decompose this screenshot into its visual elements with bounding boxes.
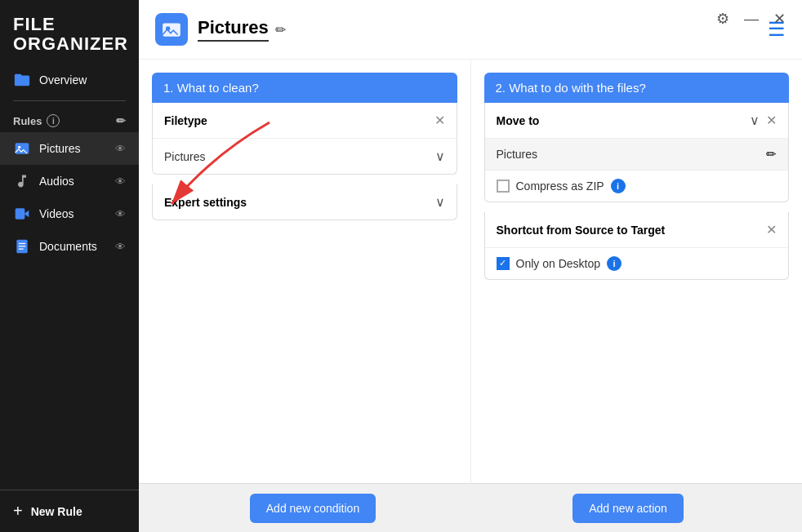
filetype-card: Filetype ✕ Pictures ∨ — [152, 103, 457, 175]
videos-eye-icon[interactable]: 👁 — [115, 208, 126, 220]
desktop-only-row: Only on Desktop i — [485, 248, 789, 279]
plus-icon: + — [13, 502, 23, 521]
close-button[interactable]: ✕ — [773, 11, 786, 26]
pictures-nav-label: Pictures — [39, 142, 107, 155]
sidebar-item-videos[interactable]: Videos 👁 — [0, 197, 139, 230]
expert-settings-card: Expert settings ∨ — [152, 184, 457, 220]
rules-section-header: Rules i ✏ — [0, 109, 139, 132]
expert-settings-label: Expert settings — [164, 196, 435, 209]
title-left: Pictures ✏ — [155, 13, 768, 46]
new-rule-button[interactable]: + New Rule — [0, 490, 139, 532]
svg-rect-7 — [19, 249, 24, 250]
left-panel: 1. What to clean? Filetype ✕ Pictures ∨ … — [139, 60, 471, 483]
filetype-label: Filetype — [164, 114, 428, 127]
desktop-only-label: Only on Desktop — [516, 257, 601, 270]
videos-nav-icon — [13, 205, 31, 223]
shortcut-label: Shortcut from Source to Target — [497, 224, 767, 237]
left-section-header: 1. What to clean? — [152, 73, 457, 103]
rules-info-icon[interactable]: i — [47, 114, 60, 127]
svg-rect-2 — [16, 209, 25, 219]
desktop-info-icon[interactable]: i — [607, 256, 622, 271]
title-folder-icon — [155, 13, 188, 46]
move-to-remove-icon[interactable]: ✕ — [766, 113, 777, 128]
audios-eye-icon[interactable]: 👁 — [115, 175, 126, 188]
right-section-header: 2. What to do with the files? — [484, 73, 790, 103]
svg-point-1 — [18, 146, 20, 149]
add-condition-button[interactable]: Add new condition — [250, 494, 376, 523]
overview-label: Overview — [39, 73, 87, 86]
pictures-nav-icon — [13, 140, 31, 157]
desktop-only-checkbox[interactable] — [497, 257, 510, 270]
compress-row: Compress as ZIP i — [485, 171, 789, 202]
app-logo: FILE ORGANIZER — [0, 0, 139, 64]
folder-edit-icon[interactable]: ✏ — [766, 147, 777, 162]
svg-rect-0 — [16, 144, 29, 154]
shortcut-remove-icon[interactable]: ✕ — [766, 222, 777, 237]
move-to-chevron-icon[interactable]: ∨ — [750, 113, 760, 128]
minimize-button[interactable]: — — [744, 11, 759, 26]
sidebar-item-documents[interactable]: Documents 👁 — [0, 230, 139, 263]
filetype-row: Filetype ✕ — [153, 103, 457, 139]
svg-marker-3 — [25, 211, 29, 217]
videos-nav-label: Videos — [39, 207, 107, 220]
svg-rect-6 — [19, 246, 25, 247]
bottom-left: Add new condition — [155, 494, 470, 523]
rules-edit-icon[interactable]: ✏ — [116, 114, 126, 127]
documents-nav-label: Documents — [39, 240, 107, 253]
folder-input-row: Pictures ✏ — [485, 139, 789, 171]
content-area: 1. What to clean? Filetype ✕ Pictures ∨ … — [139, 60, 802, 483]
folder-icon — [13, 71, 31, 89]
folder-value: Pictures — [497, 148, 760, 161]
documents-nav-icon — [13, 237, 31, 255]
sidebar-item-audios[interactable]: Audios 👁 — [0, 165, 139, 197]
sidebar: FILE ORGANIZER Overview Rules i ✏ Pictur… — [0, 0, 139, 532]
expert-settings-chevron-icon[interactable]: ∨ — [435, 194, 445, 210]
filetype-chevron-icon[interactable]: ∨ — [435, 149, 445, 164]
new-rule-label: New Rule — [31, 505, 82, 518]
expert-settings-row[interactable]: Expert settings ∨ — [153, 184, 457, 219]
filetype-remove-icon[interactable]: ✕ — [434, 113, 445, 128]
gear-icon[interactable]: ⚙ — [716, 11, 729, 26]
compress-checkbox[interactable] — [497, 180, 510, 193]
pictures-eye-icon[interactable]: 👁 — [115, 143, 126, 155]
move-to-label: Move to — [497, 114, 744, 127]
shortcut-header-row: Shortcut from Source to Target ✕ — [485, 212, 789, 248]
window-controls: ⚙ — ✕ — [716, 11, 786, 26]
bottom-bar: Add new condition Add new action — [139, 483, 802, 532]
bottom-right: Add new action — [470, 494, 786, 523]
title-text-wrap: Pictures ✏ — [198, 17, 286, 42]
filetype-value: Pictures — [164, 150, 429, 163]
sidebar-item-pictures[interactable]: Pictures 👁 — [0, 132, 139, 165]
sidebar-divider — [13, 100, 126, 101]
audios-nav-label: Audios — [39, 175, 107, 188]
add-action-button[interactable]: Add new action — [573, 494, 684, 523]
compress-label: Compress as ZIP — [516, 180, 604, 193]
filetype-value-row[interactable]: Pictures ∨ — [153, 139, 457, 174]
svg-rect-5 — [19, 243, 25, 244]
right-panel: 2. What to do with the files? Move to ∨ … — [471, 60, 803, 483]
rules-label: Rules — [13, 115, 42, 127]
page-title: Pictures — [198, 17, 269, 42]
title-bar: Pictures ✏ ☰ — [139, 0, 802, 60]
compress-info-icon[interactable]: i — [611, 179, 626, 193]
documents-eye-icon[interactable]: 👁 — [115, 241, 126, 253]
sidebar-item-overview[interactable]: Overview — [0, 64, 139, 100]
sidebar-nav: Pictures 👁 Audios 👁 Videos 👁 — [0, 132, 139, 490]
move-to-row: Move to ∨ ✕ — [485, 103, 789, 139]
audios-nav-icon — [13, 172, 31, 190]
shortcut-card: Shortcut from Source to Target ✕ Only on… — [484, 212, 790, 280]
main-content: ⚙ — ✕ Pictures ✏ ☰ 1. What to — [139, 0, 802, 532]
move-to-card: Move to ∨ ✕ Pictures ✏ Compress as ZIP i — [484, 103, 790, 202]
title-edit-icon[interactable]: ✏ — [275, 22, 286, 38]
